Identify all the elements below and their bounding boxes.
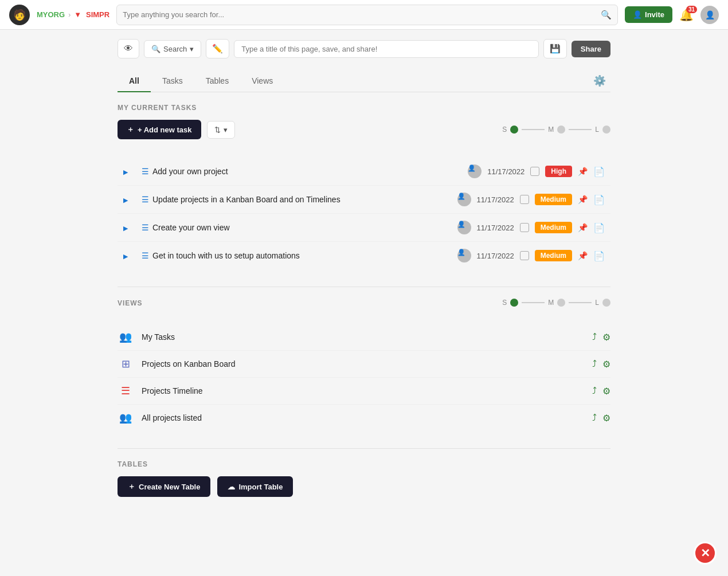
section-divider-2 bbox=[118, 448, 610, 449]
views-size-label-m: M bbox=[548, 299, 554, 307]
tab-all[interactable]: All bbox=[118, 70, 151, 92]
view-gear-icon[interactable]: ⚙ bbox=[602, 332, 610, 343]
search-btn-icon: 🔍 bbox=[151, 45, 161, 53]
size-dot-m[interactable] bbox=[557, 126, 565, 134]
views-size-label-s: S bbox=[502, 299, 507, 307]
breadcrumb: MYORG › ▼ SIMPR bbox=[37, 10, 109, 19]
task-expand-icon[interactable]: ▶ bbox=[123, 253, 130, 260]
view-share-icon[interactable]: ⤴ bbox=[592, 359, 597, 369]
priority-badge: High bbox=[545, 166, 572, 177]
view-share-icon[interactable]: ⤴ bbox=[592, 386, 597, 396]
task-checkbox[interactable] bbox=[520, 195, 529, 204]
views-size-dot-l[interactable] bbox=[602, 299, 610, 307]
list-item: ⊞ Projects on Kanban Board ⤴ ⚙ bbox=[118, 351, 610, 378]
task-assignee-avatar: 👤 bbox=[457, 221, 471, 234]
page-title-input[interactable] bbox=[234, 40, 539, 58]
task-checkbox[interactable] bbox=[530, 167, 539, 176]
eye-button[interactable]: 👁 bbox=[118, 39, 139, 58]
doc-icon[interactable]: 📄 bbox=[593, 194, 605, 205]
create-table-button[interactable]: ＋ Create New Table bbox=[118, 476, 210, 497]
task-expand-icon[interactable]: ▶ bbox=[123, 169, 130, 175]
top-nav: 🧑 MYORG › ▼ SIMPR 🔍 👤 Invite 🔔 31 👤 bbox=[0, 0, 728, 30]
save-icon-button[interactable]: 💾 bbox=[543, 39, 567, 58]
my-current-tasks-title: MY CURRENT TASKS bbox=[118, 104, 610, 112]
view-gear-icon[interactable]: ⚙ bbox=[602, 386, 610, 397]
view-share-icon[interactable]: ⤴ bbox=[592, 413, 597, 423]
size-slider: S M L bbox=[502, 126, 610, 134]
org-name[interactable]: MYORG bbox=[37, 10, 65, 19]
add-task-label: + Add new task bbox=[138, 126, 192, 134]
pin-icon[interactable]: 📌 bbox=[578, 195, 588, 204]
size-dot-l[interactable] bbox=[602, 126, 610, 134]
views-size-label-l: L bbox=[595, 299, 599, 307]
search-btn-label: Search bbox=[163, 45, 187, 53]
table-row: ▶ ☰ Create your own view 👤 11/17/2022 bbox=[118, 214, 610, 242]
view-actions: ⤴ ⚙ bbox=[592, 332, 610, 343]
task-name: Update projects in a Kanban Board and on… bbox=[152, 195, 340, 204]
view-actions: ⤴ ⚙ bbox=[592, 413, 610, 424]
view-name: Projects Timeline bbox=[142, 386, 592, 395]
task-checkbox[interactable] bbox=[520, 223, 529, 232]
sort-button[interactable]: ⇅ ▾ bbox=[207, 121, 235, 139]
view-name: All projects listed bbox=[142, 413, 592, 422]
views-size-dot-s[interactable] bbox=[510, 299, 518, 307]
task-name: Add your own project bbox=[152, 167, 228, 176]
task-expand-icon[interactable]: ▶ bbox=[123, 197, 130, 203]
edit-button[interactable]: ✏️ bbox=[206, 39, 229, 58]
views-size-line-ml bbox=[569, 302, 592, 303]
notifications-button[interactable]: 🔔 31 bbox=[679, 8, 694, 22]
task-expand-icon[interactable]: ▶ bbox=[123, 225, 130, 232]
views-size-dot-m[interactable] bbox=[557, 299, 565, 307]
add-task-button[interactable]: ＋ + Add new task bbox=[118, 120, 201, 139]
breadcrumb-chevron: › bbox=[68, 11, 71, 19]
proj-indicator: ▼ bbox=[74, 10, 81, 19]
task-name: Get in touch with us to setup automation… bbox=[152, 251, 300, 260]
pin-icon[interactable]: 📌 bbox=[578, 251, 588, 260]
views-section: VIEWS S M L 👥 My Tasks ⤴ ⚙ ⊞ Project bbox=[118, 299, 610, 431]
view-gear-icon[interactable]: ⚙ bbox=[602, 413, 610, 424]
doc-icon[interactable]: 📄 bbox=[593, 166, 605, 177]
invite-button[interactable]: 👤 Invite bbox=[625, 6, 672, 23]
doc-icon[interactable]: 📄 bbox=[593, 222, 605, 233]
search-dropdown-button[interactable]: 🔍 Search ▾ bbox=[144, 40, 201, 58]
views-section-title: VIEWS bbox=[118, 299, 142, 307]
import-table-label: Import Table bbox=[238, 483, 283, 491]
table-row: ▶ ☰ Get in touch with us to setup automa… bbox=[118, 242, 610, 270]
my-current-tasks-section: MY CURRENT TASKS ＋ + Add new task ⇅ ▾ S … bbox=[118, 104, 610, 269]
size-dot-s[interactable] bbox=[510, 126, 518, 134]
doc-icon[interactable]: 📄 bbox=[593, 250, 605, 261]
invite-label: Invite bbox=[645, 10, 664, 19]
task-assignee-avatar: 👤 bbox=[457, 193, 471, 206]
global-search-input[interactable] bbox=[123, 10, 596, 19]
sort-icon: ⇅ bbox=[214, 126, 221, 134]
size-line-ml bbox=[569, 129, 592, 130]
global-search-bar[interactable]: 🔍 bbox=[116, 5, 618, 25]
view-name: Projects on Kanban Board bbox=[142, 359, 592, 369]
proj-name[interactable]: SIMPR bbox=[86, 10, 109, 19]
import-table-icon: ☁ bbox=[228, 483, 235, 491]
task-assignee-avatar: 👤 bbox=[457, 249, 471, 262]
sort-dropdown-icon: ▾ bbox=[224, 126, 228, 134]
size-label-m: M bbox=[548, 126, 554, 134]
task-checkbox[interactable] bbox=[520, 251, 529, 260]
pin-icon[interactable]: 📌 bbox=[578, 167, 588, 176]
share-button[interactable]: Share bbox=[572, 41, 610, 57]
app-logo: 🧑 bbox=[9, 5, 30, 25]
tab-tables[interactable]: Tables bbox=[194, 70, 240, 92]
tab-views[interactable]: Views bbox=[240, 70, 284, 92]
task-date: 11/17/2022 bbox=[477, 252, 514, 260]
view-gear-icon[interactable]: ⚙ bbox=[602, 359, 610, 370]
main-tabs: All Tasks Tables Views ⚙️ bbox=[118, 70, 610, 92]
global-search-icon: 🔍 bbox=[601, 10, 612, 20]
import-table-button[interactable]: ☁ Import Table bbox=[217, 476, 293, 497]
pin-icon[interactable]: 📌 bbox=[578, 223, 588, 232]
task-table: ▶ ☰ Add your own project 👤 11/17/2022 bbox=[118, 158, 610, 269]
tabs-gear-icon[interactable]: ⚙️ bbox=[589, 70, 610, 92]
user-avatar[interactable]: 👤 bbox=[700, 6, 719, 24]
table-row: ▶ ☰ Add your own project 👤 11/17/2022 bbox=[118, 158, 610, 186]
size-line-sm bbox=[522, 129, 545, 130]
view-share-icon[interactable]: ⤴ bbox=[592, 332, 597, 342]
view-list-person-icon: 👥 bbox=[118, 331, 134, 343]
tab-tasks[interactable]: Tasks bbox=[151, 70, 194, 92]
tables-section-title: TABLES bbox=[118, 460, 610, 468]
